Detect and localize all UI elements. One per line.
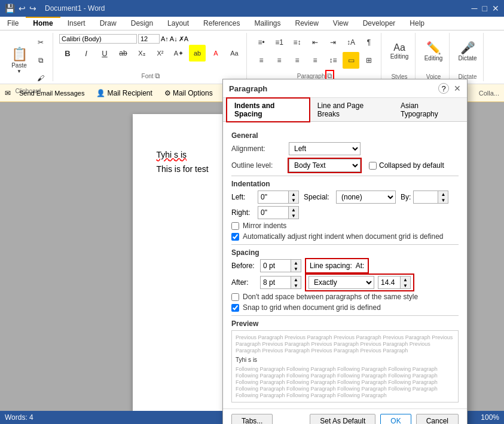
right-indent-spinner[interactable]: ▲ ▼ <box>258 206 299 219</box>
tab-review[interactable]: Review <box>288 17 326 30</box>
tab-home[interactable]: Home <box>26 17 60 30</box>
text-effect-button[interactable]: A✦ <box>170 45 187 62</box>
set-as-default-button[interactable]: Set As Default <box>310 414 375 424</box>
tab-view[interactable]: View <box>326 17 356 30</box>
collapsed-checkbox[interactable] <box>369 162 377 170</box>
text-highlight-button[interactable]: ab <box>189 45 206 62</box>
by-spinner[interactable]: ▲ ▼ <box>413 191 448 204</box>
copy-button[interactable]: ⧉ <box>32 52 49 69</box>
font-name-input[interactable] <box>59 34 137 44</box>
bullets-button[interactable]: ≡• <box>253 34 270 51</box>
justify-button[interactable]: ≡ <box>307 52 323 69</box>
line-spacing-button[interactable]: ↕≡ <box>325 52 341 69</box>
line-spacing-select[interactable]: Exactly <box>308 276 374 289</box>
superscript-button[interactable]: X² <box>152 45 169 62</box>
align-right-button[interactable]: ≡ <box>289 52 306 69</box>
outline-level-select[interactable]: Body Text <box>289 159 361 172</box>
numbering-button[interactable]: ≡1 <box>271 34 288 51</box>
restore-icon[interactable]: □ <box>482 4 487 13</box>
send-email-button[interactable]: Send Email Messages <box>16 88 88 99</box>
at-spinner[interactable]: ▲ ▼ <box>378 276 411 289</box>
close-icon[interactable]: ✕ <box>492 4 499 13</box>
dialog-help-button[interactable]: ? <box>438 83 449 94</box>
mail-recipient-button[interactable]: 👤 Mail Recipient <box>93 87 155 99</box>
increase-indent-button[interactable]: ⇥ <box>325 34 341 51</box>
subscript-button[interactable]: X₂ <box>133 45 150 62</box>
tab-mailings[interactable]: Mailings <box>247 17 288 30</box>
borders-button[interactable]: ⊞ <box>361 52 377 69</box>
sort-button[interactable]: ↕A <box>343 34 359 51</box>
collapse-button[interactable]: Colla... <box>479 90 499 97</box>
tab-asian-typography[interactable]: Asian Typography <box>393 98 463 122</box>
show-formatting-button[interactable]: ¶ <box>361 34 377 51</box>
mirror-indents-checkbox[interactable] <box>231 222 239 230</box>
tab-developer[interactable]: Developer <box>356 17 403 30</box>
before-input[interactable] <box>261 260 291 271</box>
auto-adjust-checkbox[interactable] <box>231 233 239 241</box>
tabs-button[interactable]: Tabs... <box>231 414 273 424</box>
after-up[interactable]: ▲ <box>291 276 301 282</box>
left-indent-input[interactable] <box>258 192 288 202</box>
font-color-button[interactable]: A <box>207 45 224 62</box>
before-up[interactable]: ▲ <box>291 260 301 266</box>
tab-design[interactable]: Design <box>124 17 160 30</box>
undo-icon[interactable]: ↩ <box>19 4 26 13</box>
italic-button[interactable]: I <box>78 45 94 62</box>
right-indent-input[interactable] <box>258 207 288 218</box>
editing-button[interactable]: ✏️ Editing <box>421 34 445 67</box>
alignment-select[interactable]: Left <box>289 142 361 155</box>
multilevel-list-button[interactable]: ≡↕ <box>289 34 306 51</box>
minimize-icon[interactable]: ─ <box>472 4 478 13</box>
font-size-input[interactable] <box>138 34 160 44</box>
mail-options-button[interactable]: ⚙ Mail Options <box>161 87 216 99</box>
after-down[interactable]: ▼ <box>291 282 301 288</box>
format-painter-button[interactable]: 🖌 <box>32 70 49 87</box>
dialog-close-button[interactable]: ✕ <box>454 84 461 93</box>
after-input[interactable] <box>261 277 291 288</box>
underline-button[interactable]: U <box>96 45 113 62</box>
clear-format-icon[interactable]: ✗A <box>179 35 188 43</box>
tab-help[interactable]: Help <box>402 17 432 30</box>
by-input[interactable] <box>414 192 438 202</box>
align-left-button[interactable]: ≡ <box>253 52 270 69</box>
left-indent-up[interactable]: ▲ <box>289 191 298 197</box>
after-spinner[interactable]: ▲ ▼ <box>260 276 301 289</box>
special-select[interactable]: (none) <box>336 191 396 204</box>
shading-button[interactable]: ▭ <box>343 52 359 69</box>
bold-button[interactable]: B <box>59 45 76 62</box>
tab-draw[interactable]: Draw <box>93 17 124 30</box>
tab-line-and-page-breaks[interactable]: Line and Page Breaks <box>310 98 393 122</box>
at-input[interactable] <box>378 277 400 288</box>
before-down[interactable]: ▼ <box>291 266 301 272</box>
dont-add-space-checkbox[interactable] <box>231 293 239 301</box>
at-up[interactable]: ▲ <box>401 276 410 282</box>
increase-font-icon[interactable]: A↑ <box>161 35 169 42</box>
redo-icon[interactable]: ↪ <box>29 4 36 13</box>
align-center-button[interactable]: ≡ <box>271 52 288 69</box>
decrease-font-icon[interactable]: A↓ <box>170 35 178 42</box>
by-down[interactable]: ▼ <box>438 197 448 203</box>
tab-indents-and-spacing[interactable]: Indents and Spacing <box>227 98 310 122</box>
save-icon[interactable]: 💾 <box>5 4 15 13</box>
font-case-button[interactable]: Aa <box>226 45 243 62</box>
decrease-indent-button[interactable]: ⇤ <box>307 34 323 51</box>
ok-button[interactable]: OK <box>380 414 411 424</box>
tab-layout[interactable]: Layout <box>160 17 196 30</box>
before-spinner[interactable]: ▲ ▼ <box>260 259 301 272</box>
tab-references[interactable]: References <box>196 17 247 30</box>
left-indent-down[interactable]: ▼ <box>289 197 298 203</box>
cut-button[interactable]: ✂ <box>32 34 49 51</box>
cancel-button[interactable]: Cancel <box>416 414 459 424</box>
right-indent-up[interactable]: ▲ <box>289 207 298 213</box>
strikethrough-button[interactable]: ab <box>115 45 132 62</box>
tab-insert[interactable]: Insert <box>60 17 93 30</box>
left-indent-spinner[interactable]: ▲ ▼ <box>258 191 299 204</box>
snap-to-grid-checkbox[interactable] <box>231 304 239 312</box>
tab-file[interactable]: File <box>0 17 26 30</box>
paste-button[interactable]: 📋 Paste ▼ <box>7 44 31 77</box>
dictate-button[interactable]: 🎤 Dictate <box>456 34 479 67</box>
right-indent-down[interactable]: ▼ <box>289 213 298 219</box>
at-down[interactable]: ▼ <box>401 282 410 288</box>
styles-button[interactable]: Aa Editing <box>387 34 411 67</box>
by-up[interactable]: ▲ <box>438 191 448 197</box>
